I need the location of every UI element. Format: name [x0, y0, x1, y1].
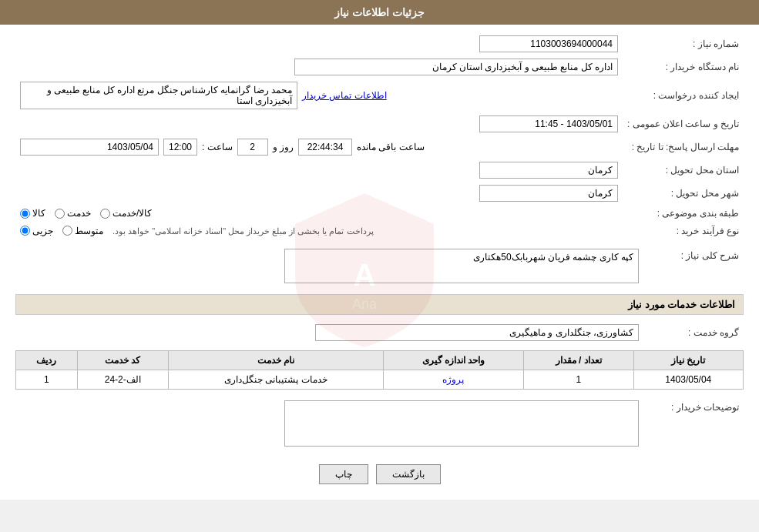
category-kala-label: کالا [32, 208, 45, 219]
delivery-province-value: کرمان [479, 162, 618, 179]
purchase-jozvi-item: جزیی [20, 226, 53, 236]
purchase-motavasset-item: متوسط [62, 226, 103, 236]
response-date: 1403/05/04 [20, 139, 159, 156]
creator-name-value: محمد رضا گرانمایه کارشناس جنگل مرتع ادار… [20, 82, 297, 109]
announcement-label: تاریخ و ساعت اعلان عمومی : [623, 112, 744, 136]
buyer-notes-textarea[interactable] [284, 400, 639, 447]
purchase-motavasset-radio[interactable] [62, 226, 72, 236]
col-service-code: کد خدمت [77, 351, 168, 370]
delivery-city-value: کرمان [479, 185, 618, 202]
need-desc-label: شرح کلی نیاز : [643, 246, 744, 286]
cell-service-name: خدمات پشتیبانی جنگل‌داری [168, 370, 383, 390]
response-deadline-label: مهلت ارسال پاسخ: تا تاریخ : [623, 136, 744, 159]
buyer-org-value: اداره کل منابع طبیعی و آبخیزداری استان ک… [294, 59, 618, 75]
category-kala: کالا [20, 208, 45, 219]
cell-date: 1403/05/04 [633, 370, 744, 390]
purchase-note: پرداخت تمام یا بخشی از مبلغ خریداز محل "… [113, 226, 374, 236]
response-time-label: ساعت : [202, 142, 233, 152]
creator-contact-link[interactable]: اطلاعات تماس خریدار [302, 90, 387, 101]
button-row: بازگشت چاپ [15, 464, 744, 484]
cell-row-num: 1 [16, 370, 78, 390]
services-table: تاریخ نیاز تعداد / مقدار واحد اندازه گیر… [15, 350, 744, 390]
buyer-notes-label: توضیحات خریدار : [643, 397, 744, 452]
delivery-province-label: استان محل تحویل : [623, 159, 744, 182]
need-number-value: 1103003694000044 [479, 35, 618, 52]
category-label: طبقه بندی موضوعی : [623, 205, 744, 222]
category-kala-khadamat-label: کالا/خدمت [113, 208, 152, 219]
category-khadamat-radio[interactable] [55, 209, 65, 219]
back-button[interactable]: بازگشت [376, 464, 441, 484]
category-kala-radio[interactable] [20, 209, 30, 219]
table-row: 1403/05/04 1 پروژه خدمات پشتیبانی جنگل‌د… [16, 370, 744, 390]
response-timer-label: ساعت باقی مانده [357, 142, 425, 152]
purchase-jozvi-label: جزیی [32, 226, 53, 236]
purchase-motavasset-label: متوسط [75, 226, 103, 236]
purchase-jozvi-radio[interactable] [20, 226, 30, 236]
col-quantity: تعداد / مقدار [524, 351, 633, 370]
cell-quantity: 1 [524, 370, 633, 390]
purchase-type-label: نوع فرآیند خرید : [623, 222, 744, 239]
category-kala-khadamat: کالا/خدمت [100, 208, 152, 219]
cell-service-code: الف-2-24 [77, 370, 168, 390]
col-service-name: نام خدمت [168, 351, 383, 370]
service-group-value: کشاورزی، جنگلداری و ماهیگیری [315, 324, 639, 341]
cell-unit: پروژه [383, 370, 523, 390]
buyer-org-label: نام دستگاه خریدار : [623, 55, 744, 79]
delivery-city-label: شهر محل تحویل : [623, 182, 744, 205]
announcement-value: 1403/05/01 - 11:45 [479, 115, 618, 132]
creator-label: ایجاد کننده درخواست : [623, 79, 744, 112]
category-khadamat: خدمت [55, 208, 91, 219]
col-unit: واحد اندازه گیری [383, 351, 523, 370]
category-khadamat-label: خدمت [67, 208, 91, 219]
need-desc-value: کپه کاری چشمه فریان شهربابک50هکتاری [284, 249, 639, 283]
col-date: تاریخ نیاز [633, 351, 744, 370]
print-button[interactable]: چاپ [319, 464, 368, 484]
services-section-title: اطلاعات خدمات مورد نیاز [15, 294, 744, 315]
response-day-label: روز و [273, 142, 294, 152]
page-title: جزئیات اطلاعات نیاز [0, 0, 759, 25]
service-group-label: گروه خدمت : [643, 321, 744, 344]
need-number-label: شماره نیاز : [623, 32, 744, 55]
category-kala-khadamat-radio[interactable] [100, 209, 110, 219]
response-time: 12:00 [163, 139, 197, 156]
response-timer: 22:44:34 [298, 139, 352, 156]
col-row-num: ردیف [16, 351, 78, 370]
response-days: 2 [237, 139, 268, 156]
